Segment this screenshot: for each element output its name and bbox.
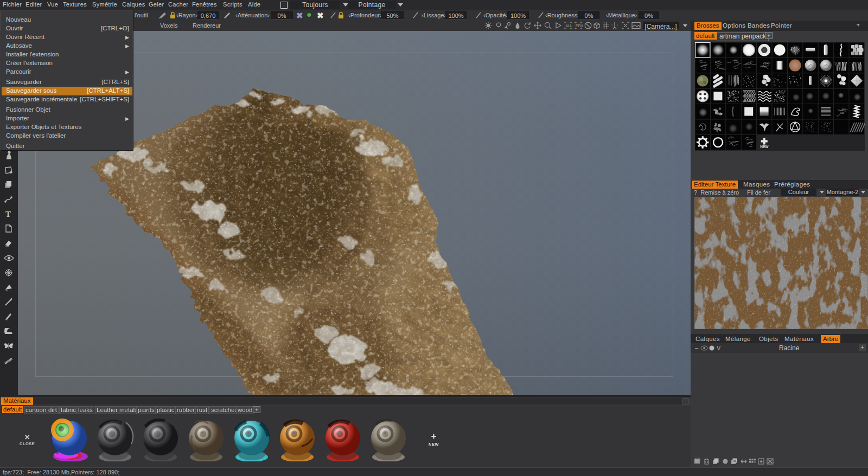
svg-text:PEN: PEN [576, 24, 583, 28]
svg-text:T: T [5, 210, 11, 218]
svg-text:V: V [717, 345, 721, 351]
svg-text:ALL: ALL [566, 24, 572, 28]
svg-text:NEW: NEW [760, 145, 769, 149]
